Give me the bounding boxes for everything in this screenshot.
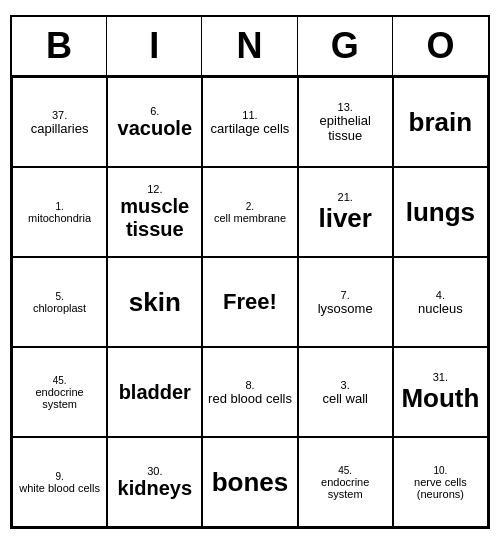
cell-text: muscle tissue: [112, 195, 197, 241]
bingo-cell: 7.lysosome: [298, 257, 393, 347]
bingo-cell: 9.white blood cells: [12, 437, 107, 527]
cell-number: 5.: [55, 291, 63, 302]
cell-text: vacuole: [118, 117, 192, 140]
cell-text: bladder: [119, 381, 191, 404]
cell-number: 2.: [246, 201, 254, 212]
bingo-cell: 12.muscle tissue: [107, 167, 202, 257]
cell-text: lysosome: [318, 301, 373, 316]
cell-text: cell wall: [322, 391, 368, 406]
bingo-cell: 8.red blood cells: [202, 347, 297, 437]
cell-number: 37.: [52, 109, 67, 121]
cell-number: 45.: [53, 375, 67, 386]
header-letter: N: [202, 17, 297, 75]
cell-text: Mouth: [401, 383, 479, 414]
cell-number: 11.: [242, 109, 257, 121]
bingo-cell: 2.cell membrane: [202, 167, 297, 257]
cell-number: 4.: [436, 289, 445, 301]
cell-number: 3.: [341, 379, 350, 391]
bingo-cell: 11.cartilage cells: [202, 77, 297, 167]
cell-number: 10.: [433, 465, 447, 476]
bingo-cell: 4.nucleus: [393, 257, 488, 347]
bingo-cell: 13.epithelial tissue: [298, 77, 393, 167]
bingo-cell: skin: [107, 257, 202, 347]
header-letter: I: [107, 17, 202, 75]
header-letter: G: [298, 17, 393, 75]
bingo-cell: 1.mitochondria: [12, 167, 107, 257]
free-space: Free!: [223, 289, 277, 315]
bingo-cell: 31.Mouth: [393, 347, 488, 437]
cell-number: 6.: [150, 105, 159, 117]
bingo-cell: Free!: [202, 257, 297, 347]
cell-number: 31.: [433, 371, 448, 383]
bingo-cell: 45.endocrine system: [298, 437, 393, 527]
header-letter: O: [393, 17, 488, 75]
cell-number: 12.: [147, 183, 162, 195]
cell-number: 30.: [147, 465, 162, 477]
bingo-cell: 30.kidneys: [107, 437, 202, 527]
cell-number: 8.: [245, 379, 254, 391]
bingo-cell: 6.vacuole: [107, 77, 202, 167]
bingo-card: BINGO 37.capillaries6.vacuole11.cartilag…: [10, 15, 490, 529]
cell-text: mitochondria: [28, 212, 91, 224]
bingo-header: BINGO: [12, 17, 488, 77]
cell-text: lungs: [406, 197, 475, 228]
bingo-grid: 37.capillaries6.vacuole11.cartilage cell…: [12, 77, 488, 527]
bingo-cell: 37.capillaries: [12, 77, 107, 167]
bingo-cell: 21.liver: [298, 167, 393, 257]
bingo-cell: bladder: [107, 347, 202, 437]
cell-number: 45.: [338, 465, 352, 476]
bingo-cell: 3.cell wall: [298, 347, 393, 437]
bingo-cell: 5.chloroplast: [12, 257, 107, 347]
cell-text: epithelial tissue: [303, 113, 388, 143]
bingo-cell: 10.nerve cells (neurons): [393, 437, 488, 527]
bingo-cell: bones: [202, 437, 297, 527]
bingo-cell: brain: [393, 77, 488, 167]
cell-text: endocrine system: [17, 386, 102, 410]
cell-text: endocrine system: [303, 476, 388, 500]
bingo-cell: lungs: [393, 167, 488, 257]
cell-text: nucleus: [418, 301, 463, 316]
cell-text: cell membrane: [214, 212, 286, 224]
cell-text: red blood cells: [208, 391, 292, 406]
header-letter: B: [12, 17, 107, 75]
cell-number: 7.: [341, 289, 350, 301]
cell-text: kidneys: [118, 477, 192, 500]
cell-number: 1.: [55, 201, 63, 212]
cell-number: 13.: [338, 101, 353, 113]
cell-text: cartilage cells: [211, 121, 290, 136]
cell-text: white blood cells: [19, 482, 100, 494]
bingo-cell: 45.endocrine system: [12, 347, 107, 437]
cell-text: liver: [318, 203, 372, 234]
cell-number: 9.: [55, 471, 63, 482]
cell-text: bones: [212, 467, 289, 498]
cell-text: skin: [129, 287, 181, 318]
cell-text: chloroplast: [33, 302, 86, 314]
cell-number: 21.: [338, 191, 353, 203]
cell-text: capillaries: [31, 121, 89, 136]
cell-text: nerve cells (neurons): [398, 476, 483, 500]
cell-text: brain: [409, 107, 473, 138]
